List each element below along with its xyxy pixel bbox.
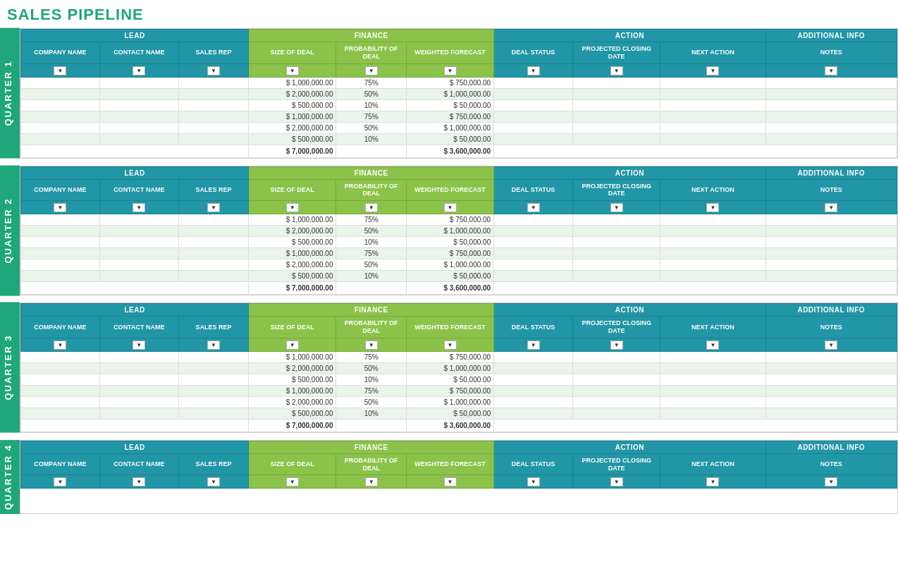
filter-status[interactable]: ▼ (494, 338, 573, 351)
cell-weighted: $ 50,000.00 (406, 408, 493, 419)
filter-dealsize[interactable]: ▼ (249, 338, 336, 351)
filter-company[interactable]: ▼ (21, 475, 100, 489)
cell-contact (99, 396, 178, 408)
filter-salesrep[interactable]: ▼ (178, 338, 248, 351)
filter-notes[interactable]: ▼ (765, 63, 897, 77)
filter-weighted[interactable]: ▼ (406, 475, 493, 489)
total-prob-blank (336, 282, 406, 295)
filter-nextaction[interactable]: ▼ (660, 475, 765, 489)
col-sales-rep: SALES REP (178, 179, 248, 201)
col-deal-status: DEAL STATUS (494, 317, 573, 338)
filter-projclose[interactable]: ▼ (573, 338, 660, 351)
filter-status[interactable]: ▼ (494, 201, 573, 214)
filter-weighted[interactable]: ▼ (406, 63, 493, 77)
table-row[interactable]: $ 500,000.00 10% $ 50,000.00 (21, 99, 897, 111)
cell-status (494, 396, 573, 408)
cell-prob: 75% (336, 385, 406, 396)
filter-notes[interactable]: ▼ (765, 475, 897, 489)
filter-nextaction[interactable]: ▼ (660, 201, 765, 214)
table-row[interactable]: $ 1,000,000.00 75% $ 750,000.00 (21, 77, 897, 88)
table-row[interactable]: $ 2,000,000.00 50% $ 1,000,000.00 (21, 259, 897, 271)
filter-prob[interactable]: ▼ (336, 63, 406, 77)
total-label (21, 282, 249, 295)
table-row[interactable]: $ 1,000,000.00 75% $ 750,000.00 (21, 111, 897, 122)
cell-projclose (573, 133, 660, 145)
cell-salesrep (178, 396, 248, 408)
finance-group-header: FINANCE (249, 166, 494, 179)
filter-contact[interactable]: ▼ (99, 63, 178, 77)
filter-contact[interactable]: ▼ (99, 338, 178, 351)
table-row[interactable]: $ 1,000,000.00 75% $ 750,000.00 (21, 248, 897, 259)
action-group-header: ACTION (494, 166, 765, 179)
cell-prob: 75% (336, 77, 406, 88)
col-next-action: NEXT ACTION (660, 453, 765, 475)
cell-projclose (573, 362, 660, 374)
cell-weighted: $ 750,000.00 (406, 111, 493, 122)
filter-salesrep[interactable]: ▼ (178, 201, 248, 214)
filter-dealsize[interactable]: ▼ (249, 201, 336, 214)
table-row[interactable]: $ 2,000,000.00 50% $ 1,000,000.00 (21, 362, 897, 374)
table-row[interactable]: $ 1,000,000.00 75% $ 750,000.00 (21, 214, 897, 226)
cell-nextaction (660, 133, 765, 145)
filter-weighted[interactable]: ▼ (406, 338, 493, 351)
table-row[interactable]: $ 1,000,000.00 75% $ 750,000.00 (21, 385, 897, 396)
cell-status (494, 99, 573, 111)
cell-projclose (573, 88, 660, 99)
filter-dealsize[interactable]: ▼ (249, 63, 336, 77)
table-row[interactable]: $ 500,000.00 10% $ 50,000.00 (21, 408, 897, 419)
col-company-name: COMPANY NAME (21, 453, 100, 475)
col-probability-of-deal: PROBABILITY OF DEAL (336, 42, 406, 64)
col-sales-rep: SALES REP (178, 42, 248, 64)
filter-company[interactable]: ▼ (21, 201, 100, 214)
filter-prob[interactable]: ▼ (336, 201, 406, 214)
filter-company[interactable]: ▼ (21, 338, 100, 351)
filter-salesrep[interactable]: ▼ (178, 475, 248, 489)
cell-contact (99, 99, 178, 111)
cell-status (494, 214, 573, 226)
filter-status[interactable]: ▼ (494, 475, 573, 489)
cell-status (494, 237, 573, 248)
table-row[interactable]: $ 500,000.00 10% $ 50,000.00 (21, 237, 897, 248)
col-deal-status: DEAL STATUS (494, 453, 573, 475)
col-notes: NOTES (765, 453, 897, 475)
cell-status (494, 77, 573, 88)
filter-dealsize[interactable]: ▼ (249, 475, 336, 489)
cell-notes (765, 122, 897, 133)
cell-company (21, 248, 100, 259)
table-row[interactable]: $ 500,000.00 10% $ 50,000.00 (21, 374, 897, 385)
filter-contact[interactable]: ▼ (99, 475, 178, 489)
filter-projclose[interactable]: ▼ (573, 63, 660, 77)
filter-nextaction[interactable]: ▼ (660, 338, 765, 351)
table-row[interactable]: $ 2,000,000.00 50% $ 1,000,000.00 (21, 88, 897, 99)
table-row[interactable]: $ 500,000.00 10% $ 50,000.00 (21, 271, 897, 282)
cell-dealsize: $ 500,000.00 (249, 237, 336, 248)
filter-status[interactable]: ▼ (494, 63, 573, 77)
total-deal-size: $ 7,000,000.00 (249, 282, 336, 295)
filter-weighted[interactable]: ▼ (406, 201, 493, 214)
table-row[interactable]: $ 2,000,000.00 50% $ 1,000,000.00 (21, 122, 897, 133)
table-row[interactable]: $ 2,000,000.00 50% $ 1,000,000.00 (21, 226, 897, 237)
cell-weighted: $ 1,000,000.00 (406, 88, 493, 99)
filter-projclose[interactable]: ▼ (573, 475, 660, 489)
filter-prob[interactable]: ▼ (336, 475, 406, 489)
filter-salesrep[interactable]: ▼ (178, 63, 248, 77)
col-projected-closing-date: PROJECTED CLOSING DATE (573, 317, 660, 338)
filter-projclose[interactable]: ▼ (573, 201, 660, 214)
filter-nextaction[interactable]: ▼ (660, 63, 765, 77)
col-notes: NOTES (765, 42, 897, 64)
cell-notes (765, 77, 897, 88)
cell-contact (99, 374, 178, 385)
lead-group-header: LEAD (21, 441, 249, 453)
additional-info-group-header: ADDITIONAL INFO (765, 166, 897, 179)
table-row[interactable]: $ 2,000,000.00 50% $ 1,000,000.00 (21, 396, 897, 408)
table-row[interactable]: $ 500,000.00 10% $ 50,000.00 (21, 133, 897, 145)
cell-contact (99, 351, 178, 362)
filter-company[interactable]: ▼ (21, 63, 100, 77)
table-row[interactable]: $ 1,000,000.00 75% $ 750,000.00 (21, 351, 897, 362)
finance-group-header: FINANCE (249, 304, 494, 317)
filter-contact[interactable]: ▼ (99, 201, 178, 214)
total-right-blank (494, 419, 897, 431)
filter-prob[interactable]: ▼ (336, 338, 406, 351)
filter-notes[interactable]: ▼ (765, 201, 897, 214)
filter-notes[interactable]: ▼ (765, 338, 897, 351)
